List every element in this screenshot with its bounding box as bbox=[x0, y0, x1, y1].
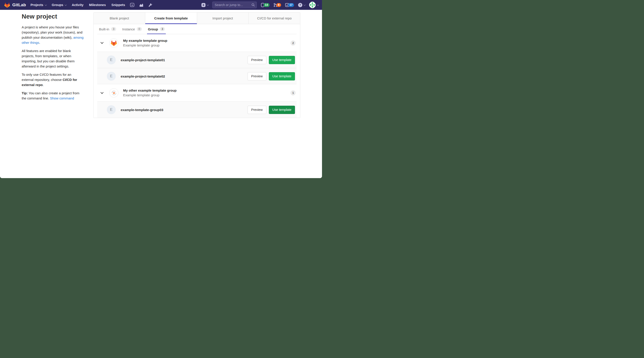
group-header: My example template group Example templa… bbox=[97, 34, 296, 52]
chevron-down-icon bbox=[100, 92, 104, 94]
tab-cicd-external-repo[interactable]: CI/CD for external repo bbox=[249, 12, 300, 24]
template-initial-avatar: E bbox=[107, 105, 116, 114]
merge-requests-counter[interactable]: 6 bbox=[274, 3, 281, 7]
chevron-down-icon bbox=[207, 4, 209, 6]
template-initial-avatar: E bbox=[107, 72, 116, 81]
sketch-tanuki-icon bbox=[111, 90, 117, 96]
gitlab-tanuki-icon bbox=[110, 40, 117, 46]
issues-counter[interactable]: 14 bbox=[261, 3, 270, 7]
use-template-button[interactable]: Use template bbox=[269, 56, 295, 64]
group-header: My other example template group Example … bbox=[97, 84, 296, 102]
tip-paragraph: Tip: You can also create a project from … bbox=[22, 90, 84, 101]
nav-snippets[interactable]: Snippets bbox=[112, 3, 125, 7]
subtab-group[interactable]: Group3 bbox=[148, 27, 165, 34]
group-template-count-badge: 2 bbox=[290, 40, 296, 46]
built-in-count-badge: 3 bbox=[111, 27, 116, 31]
gitlab-logo-icon bbox=[4, 2, 10, 8]
tab-create-from-template[interactable]: Create from template bbox=[145, 12, 197, 24]
group-description: Example template group bbox=[123, 43, 167, 48]
user-menu-button[interactable] bbox=[309, 2, 318, 8]
issues-count-badge: 14 bbox=[264, 3, 270, 7]
brand-name: GitLab bbox=[12, 2, 26, 7]
preview-button[interactable]: Preview bbox=[248, 106, 266, 114]
features-paragraph: All features are enabled for blank proje… bbox=[22, 48, 84, 69]
subtab-built-in[interactable]: Built-in3 bbox=[99, 27, 116, 34]
cicd-paragraph: To only use CI/CD features for an extern… bbox=[22, 72, 84, 88]
help-icon: ? bbox=[298, 3, 302, 7]
browser-window: GitLab Projects Groups Activity Mileston… bbox=[0, 0, 322, 178]
nav-activity[interactable]: Activity bbox=[72, 3, 83, 7]
project-type-tabs: Blank project Create from template Impor… bbox=[94, 12, 300, 24]
template-row: E example-template-group03 Preview Use t… bbox=[97, 102, 296, 118]
main-content: New project A project is where you house… bbox=[0, 10, 322, 178]
tab-import-project[interactable]: Import project bbox=[197, 12, 249, 24]
template-actions: Preview Use template bbox=[248, 106, 295, 114]
template-panel-body: Built-in3 Instance0 Group3 bbox=[94, 24, 300, 118]
use-template-button[interactable]: Use template bbox=[269, 106, 295, 114]
group-name: My example template group bbox=[123, 38, 167, 43]
charts-icon[interactable] bbox=[139, 3, 144, 7]
use-template-button[interactable]: Use template bbox=[269, 72, 295, 80]
group-header-text: My other example template group Example … bbox=[123, 88, 176, 98]
chevron-down-icon bbox=[100, 42, 104, 44]
chevron-down-icon bbox=[317, 4, 319, 6]
gitlab-home-link[interactable]: GitLab bbox=[4, 2, 26, 8]
page-title: New project bbox=[22, 13, 84, 20]
nav-links: Projects Groups Activity Milestones Snip… bbox=[30, 3, 125, 7]
template-source-tabs: Built-in3 Instance0 Group3 bbox=[97, 24, 296, 34]
group-section: My other example template group Example … bbox=[97, 84, 296, 118]
template-initial-avatar: E bbox=[107, 56, 116, 64]
search-icon bbox=[252, 3, 255, 8]
template-actions: Preview Use template bbox=[248, 72, 295, 80]
nav-milestones[interactable]: Milestones bbox=[89, 3, 106, 7]
nav-groups[interactable]: Groups bbox=[52, 3, 66, 7]
group-avatar bbox=[109, 88, 118, 98]
collapse-group-button[interactable] bbox=[100, 42, 104, 44]
new-project-panel: Blank project Create from template Impor… bbox=[94, 12, 300, 118]
group-header-text: My example template group Example templa… bbox=[123, 38, 167, 48]
instance-count-badge: 0 bbox=[137, 27, 142, 31]
intro-paragraph: A project is where you house your files … bbox=[22, 24, 84, 45]
chevron-down-icon bbox=[45, 4, 47, 6]
group-section: My example template group Example templa… bbox=[97, 34, 296, 84]
preview-button[interactable]: Preview bbox=[248, 56, 266, 64]
search-input[interactable] bbox=[212, 2, 257, 8]
search-box bbox=[212, 2, 257, 8]
user-avatar bbox=[309, 2, 316, 8]
template-name: example-project-template01 bbox=[121, 58, 165, 62]
group-avatar bbox=[109, 38, 118, 48]
group-description: Example template group bbox=[123, 93, 176, 98]
subtab-instance[interactable]: Instance0 bbox=[122, 27, 142, 34]
navbar-right: 14 6 17 ? bbox=[201, 2, 318, 8]
chevron-down-icon bbox=[304, 4, 306, 6]
chevron-down-icon bbox=[64, 4, 67, 6]
show-command-link[interactable]: Show command bbox=[50, 96, 74, 100]
preview-button[interactable]: Preview bbox=[248, 72, 266, 80]
tab-blank-project[interactable]: Blank project bbox=[94, 12, 145, 24]
nav-projects[interactable]: Projects bbox=[30, 3, 46, 7]
template-name: example-template-group03 bbox=[121, 108, 163, 112]
template-row: E example-project-template01 Preview Use… bbox=[97, 52, 296, 68]
collapse-group-button[interactable] bbox=[100, 92, 104, 94]
wrench-icon[interactable] bbox=[148, 3, 152, 7]
new-project-sidebar: New project A project is where you house… bbox=[22, 10, 84, 104]
nav-icon-buttons bbox=[130, 3, 152, 7]
group-template-count-badge: 1 bbox=[290, 90, 296, 96]
template-name: example-project-template02 bbox=[121, 74, 165, 78]
group-name: My other example template group bbox=[123, 88, 176, 93]
group-count-badge: 3 bbox=[160, 27, 165, 31]
help-menu-button[interactable]: ? bbox=[298, 3, 305, 7]
plus-icon bbox=[201, 3, 206, 7]
dashboard-icon[interactable] bbox=[130, 3, 134, 7]
todos-counter[interactable]: 17 bbox=[285, 3, 294, 7]
top-navbar: GitLab Projects Groups Activity Mileston… bbox=[0, 0, 322, 10]
template-row: E example-project-template02 Preview Use… bbox=[97, 68, 296, 84]
new-menu-button[interactable] bbox=[201, 3, 208, 7]
template-actions: Preview Use template bbox=[248, 56, 295, 64]
todos-count-badge: 17 bbox=[288, 3, 294, 7]
merge-requests-count-badge: 6 bbox=[276, 3, 281, 7]
